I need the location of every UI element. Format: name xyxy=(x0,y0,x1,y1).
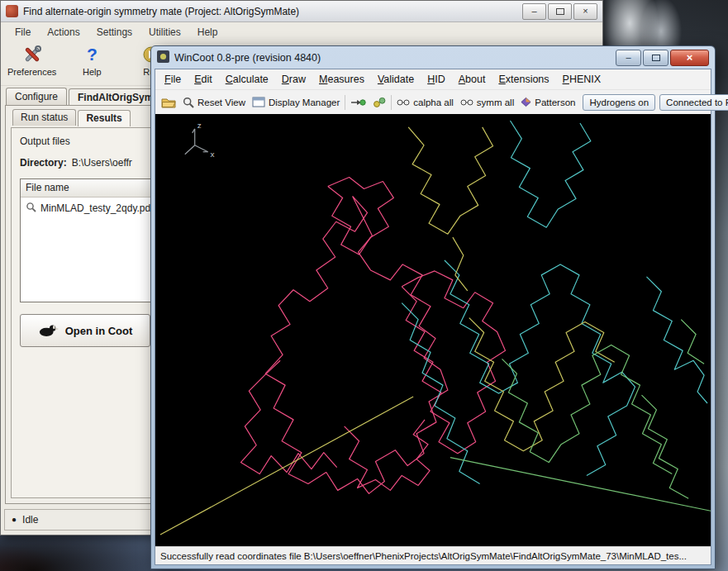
menu-actions[interactable]: Actions xyxy=(40,24,87,40)
menu-calculate[interactable]: Calculate xyxy=(219,71,275,88)
symm-all-button[interactable]: symm all xyxy=(457,96,517,109)
tab-run-status[interactable]: Run status xyxy=(12,109,76,126)
reset-view-label: Reset View xyxy=(197,98,245,107)
patterson-icon xyxy=(521,97,531,107)
connected-to-phenix-button[interactable]: Connected to PHENIX xyxy=(659,94,728,111)
help-icon: ? xyxy=(87,44,98,65)
preferences-button[interactable]: Preferences xyxy=(7,44,56,77)
directory-value: B:\Users\oeffr xyxy=(72,157,132,169)
phenix-tab-bar: Configure FindAltOrigSymM xyxy=(6,87,170,106)
coot-duck-icon xyxy=(38,322,59,340)
wincoot-statusbar: Successfully read coordinates file B:\Us… xyxy=(155,546,711,564)
calpha-all-label: calpha all xyxy=(413,98,454,107)
wincoot-menubar: File Edit Calculate Draw Measures Valida… xyxy=(155,69,711,89)
menu-help[interactable]: Help xyxy=(190,24,226,40)
patterson-label: Patterson xyxy=(535,98,575,107)
file-name-cell: MinMLAD_testy_2qdy.pdb xyxy=(40,202,156,214)
search-icon xyxy=(26,202,36,215)
menu-file[interactable]: File xyxy=(158,71,188,88)
help-button[interactable]: ? Help xyxy=(68,44,116,77)
maximize-button[interactable] xyxy=(643,50,669,66)
menu-measures[interactable]: Measures xyxy=(312,71,371,88)
symm-icon xyxy=(460,98,473,107)
preferences-tools-icon xyxy=(21,44,43,65)
display-manager-label: Display Manager xyxy=(269,98,340,107)
help-label: Help xyxy=(83,67,102,77)
toolbar-separator xyxy=(391,95,392,110)
menu-hid[interactable]: HID xyxy=(421,71,452,88)
maximize-icon xyxy=(652,55,660,61)
molecule-wireframe xyxy=(160,121,711,535)
go-to-atom-button[interactable] xyxy=(347,96,369,109)
minimize-button[interactable]: – xyxy=(522,3,546,20)
output-files-label: Output files xyxy=(20,136,70,147)
phenix-titlebar[interactable]: Find alternate-origin symmetry mate (Pro… xyxy=(1,1,602,22)
axis-gizmo: z x xyxy=(185,121,215,159)
ligand-icon xyxy=(373,97,386,108)
menu-draw[interactable]: Draw xyxy=(275,71,312,88)
directory-row: Directory: B:\Users\oeffr xyxy=(20,157,132,169)
go-to-atom-icon xyxy=(350,98,366,107)
menu-about[interactable]: About xyxy=(452,71,492,88)
open-in-coot-label: Open in Coot xyxy=(65,325,133,337)
gl-canvas[interactable]: z x xyxy=(155,114,711,546)
magnifier-icon xyxy=(183,97,194,108)
phenix-window-title: Find alternate-origin symmetry mate (Pro… xyxy=(23,6,299,17)
patterson-button[interactable]: Patterson xyxy=(517,95,578,109)
phenix-menubar: File Actions Settings Utilities Help xyxy=(1,22,602,41)
menu-utilities[interactable]: Utilities xyxy=(141,24,188,40)
menu-validate[interactable]: Validate xyxy=(371,71,421,88)
menu-file[interactable]: File xyxy=(7,24,38,40)
symm-all-label: symm all xyxy=(477,98,514,107)
wincoot-client-area: File Edit Calculate Draw Measures Valida… xyxy=(155,69,711,565)
hydrogens-toggle-button[interactable]: Hydrogens on xyxy=(583,94,655,111)
status-bullet-icon: ● xyxy=(12,516,17,524)
menu-edit[interactable]: Edit xyxy=(188,71,219,88)
wincoot-status-text: Successfully read coordinates file B:\Us… xyxy=(160,551,687,561)
tab-configure[interactable]: Configure xyxy=(6,88,67,106)
phenix-window-controls: – × xyxy=(522,3,597,20)
calpha-all-button[interactable]: calpha all xyxy=(393,96,457,109)
toolbar-separator xyxy=(345,95,345,110)
axis-z-label: z xyxy=(197,121,202,130)
axis-x-label: x xyxy=(211,150,215,159)
connected-to-phenix-label: Connected to PHENIX xyxy=(666,98,728,107)
phenix-app-icon xyxy=(6,5,18,17)
close-button[interactable]: × xyxy=(670,50,709,66)
display-manager-icon xyxy=(252,97,265,107)
wincoot-window-controls: – × xyxy=(616,50,709,66)
display-manager-button[interactable]: Display Manager xyxy=(249,95,343,109)
wincoot-window-title: WinCoot 0.8-pre (revision 4840) xyxy=(174,52,321,64)
maximize-button[interactable] xyxy=(548,3,572,20)
close-button[interactable]: × xyxy=(573,3,597,20)
open-folder-icon xyxy=(161,97,176,108)
wincoot-window: WinCoot 0.8-pre (revision 4840) – × File… xyxy=(150,45,716,569)
wincoot-app-icon xyxy=(157,50,169,65)
preferences-label: Preferences xyxy=(7,67,56,77)
calpha-icon xyxy=(397,98,410,107)
minimize-button[interactable]: – xyxy=(616,50,641,66)
wincoot-toolbar: Reset View Display Manager xyxy=(155,89,711,114)
menu-phenix[interactable]: PHENIX xyxy=(556,71,608,88)
maximize-icon xyxy=(556,8,564,15)
tab-results[interactable]: Results xyxy=(78,110,130,126)
wincoot-titlebar[interactable]: WinCoot 0.8-pre (revision 4840) – × xyxy=(151,46,715,69)
menu-settings[interactable]: Settings xyxy=(89,24,140,40)
menu-extensions[interactable]: Extensions xyxy=(492,71,555,88)
phenix-status-text: Idle xyxy=(22,514,38,526)
open-file-button[interactable] xyxy=(158,95,179,110)
go-to-ligand-button[interactable] xyxy=(369,95,389,110)
directory-label: Directory: xyxy=(20,157,67,169)
open-in-coot-button[interactable]: Open in Coot xyxy=(20,314,150,347)
hydrogens-toggle-label: Hydrogens on xyxy=(589,98,649,107)
phenix-subtab-bar: Run status Results xyxy=(12,109,131,126)
reset-view-button[interactable]: Reset View xyxy=(179,95,249,110)
